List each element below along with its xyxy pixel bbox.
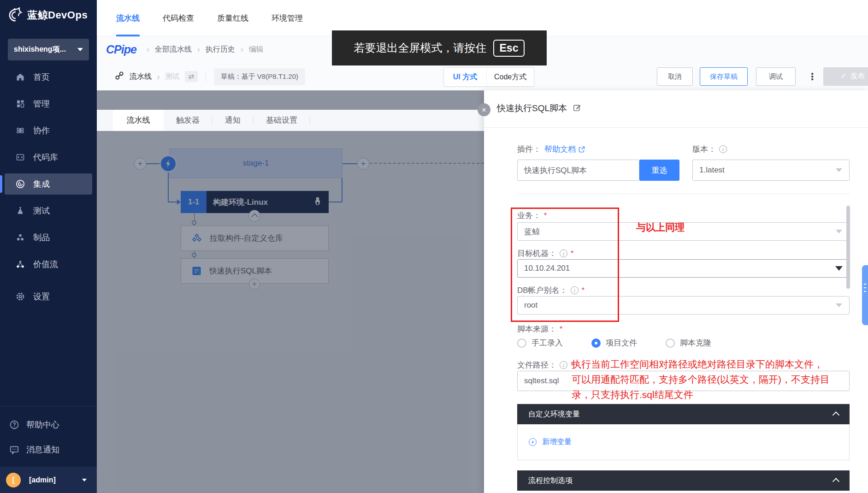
breadcrumb-separator-icon <box>197 45 200 54</box>
ui-mode-button[interactable]: UI 方式 <box>444 68 486 86</box>
panel-scrollbar[interactable] <box>846 206 850 289</box>
sidebar-item-help[interactable]: 帮助中心 <box>0 415 97 435</box>
project-name: shixisheng项... <box>14 45 77 54</box>
reselect-plugin-button[interactable]: 重选 <box>639 160 679 181</box>
more-actions-icon[interactable] <box>805 67 819 86</box>
target-machine-select[interactable]: 10.10.24.201 <box>517 259 850 278</box>
edit-mode-toggle: UI 方式 Code方式 <box>443 67 534 87</box>
business-value: 蓝鲸 <box>524 226 540 237</box>
source-label-row: 脚本来源： * <box>517 324 562 334</box>
sidebar-item-home[interactable]: 首页 <box>5 66 92 88</box>
sidebar-item-label: 帮助中心 <box>26 419 59 430</box>
help-doc-link[interactable]: 帮助文档 <box>544 144 585 154</box>
canvas-tab-basic[interactable]: 基础设置 <box>254 110 310 131</box>
sidebar-item-repo[interactable]: 代码库 <box>5 147 92 168</box>
tab-pipeline[interactable]: 流水线 <box>116 0 140 36</box>
breadcrumb-history[interactable]: 执行历史 <box>206 45 235 54</box>
avatar: [ <box>6 473 21 487</box>
chevron-down-icon <box>836 230 842 233</box>
sidebar-item-label: 价值流 <box>33 259 58 270</box>
business-label-row: 业务： * <box>517 210 547 221</box>
sidebar-item-label: 集成 <box>33 178 50 190</box>
canvas-tab-pipeline[interactable]: 流水线 <box>113 110 164 131</box>
info-icon <box>719 145 727 153</box>
canvas-dim-overlay <box>97 90 484 493</box>
project-selector[interactable]: shixisheng项... <box>8 39 89 60</box>
breadcrumb-separator-icon <box>147 45 149 54</box>
close-panel-button[interactable] <box>478 103 490 116</box>
chevron-down-icon <box>836 168 842 172</box>
canvas-tab-trigger[interactable]: 触发器 <box>164 110 212 131</box>
db-account-select[interactable]: root <box>517 296 850 315</box>
sidebar-item-label: 协作 <box>33 125 50 136</box>
version-label-row: 版本： <box>692 144 727 154</box>
sidebar-item-label: 代码库 <box>33 152 58 163</box>
tab-quality-gate[interactable]: 质量红线 <box>217 0 248 36</box>
sidebar-item-test[interactable]: 测试 <box>5 200 92 221</box>
panel-header: 快速执行SQL脚本 <box>497 102 581 114</box>
switch-pipeline-icon[interactable] <box>185 71 198 82</box>
plugin-name-field[interactable]: 快速执行SQL脚本 <box>517 160 639 181</box>
rename-icon[interactable] <box>573 103 581 114</box>
sidebar-nav: 首页 管理 协作 代码库 <box>0 66 97 313</box>
debug-button[interactable]: 调试 <box>756 67 796 86</box>
panel-title: 快速执行SQL脚本 <box>497 102 567 114</box>
gear-icon <box>15 291 25 302</box>
filepath-annotation-line2: 可以用通配符匹配，支持多个路径(以英文，隔开)，不支持目 <box>572 373 830 386</box>
canvas-tab-notify[interactable]: 通知 <box>213 110 253 131</box>
divider <box>206 72 206 81</box>
script-source-options: 手工录入 项目文件 脚本克隆 <box>517 338 740 348</box>
chevron-down-icon <box>77 48 83 51</box>
version-value: 1.latest <box>699 166 725 175</box>
env-vars-section-title: 自定义环境变量 <box>528 410 580 419</box>
plugin-label-row: 插件： 帮助文档 <box>517 144 585 154</box>
toast-message: 若要退出全屏模式，请按住 <box>354 41 487 55</box>
save-draft-button[interactable]: 保存草稿 <box>700 67 748 86</box>
sidebar-item-artifact[interactable]: 制品 <box>5 227 92 248</box>
message-icon <box>9 445 19 455</box>
db-account-value: root <box>524 301 537 310</box>
pipeline-name: 测试 <box>165 72 180 82</box>
flask-icon <box>15 206 25 216</box>
app-root: 蓝鲸DevOps shixisheng项... 首页 管理 <box>0 0 868 493</box>
sidebar-item-label: 消息通知 <box>26 444 59 455</box>
sidebar-item-settings[interactable]: 设置 <box>5 286 92 307</box>
tab-env-manage[interactable]: 环境管理 <box>272 0 303 36</box>
form-divider <box>517 194 850 194</box>
breadcrumb-all-pipelines[interactable]: 全部流水线 <box>155 45 192 54</box>
sidebar-item-valuestream[interactable]: 价值流 <box>5 254 92 275</box>
user-menu[interactable]: [ [admin] <box>0 467 97 493</box>
flow-control-section-header[interactable]: 流程控制选项 <box>517 470 850 491</box>
pipeline-link-icon <box>114 71 124 83</box>
code-mode-button[interactable]: Code方式 <box>486 68 534 86</box>
add-variable-button[interactable]: 新增变量 <box>529 437 572 447</box>
sidebar-item-collab[interactable]: 协作 <box>5 120 92 141</box>
radio-project-file[interactable]: 项目文件 <box>591 338 637 348</box>
version-label: 版本： <box>692 144 716 154</box>
side-drawer-handle[interactable] <box>862 265 868 325</box>
required-mark: * <box>582 286 585 295</box>
app-logo-text: 蓝鲸DevOps <box>27 8 88 22</box>
tab-code-check[interactable]: 代码检查 <box>163 0 194 36</box>
cancel-button[interactable]: 取消 <box>657 67 693 86</box>
plugin-config-panel: 快速执行SQL脚本 插件： 帮助文档 版本： 快速执行SQL脚本 重选 1.la… <box>484 90 868 493</box>
code-repo-icon <box>15 152 25 162</box>
home-icon <box>15 72 25 82</box>
blueking-logo-icon <box>7 7 23 23</box>
required-mark: * <box>571 249 573 258</box>
pipeline-label: 流水线 <box>130 72 152 82</box>
version-select[interactable]: 1.latest <box>692 160 850 181</box>
radio-script-clone[interactable]: 脚本克隆 <box>666 338 711 348</box>
sidebar-item-notice[interactable]: 消息通知 <box>0 440 97 460</box>
env-vars-section: 自定义环境变量 新增变量 <box>517 404 850 460</box>
app-logo[interactable]: 蓝鲸DevOps <box>7 7 88 23</box>
radio-manual-input[interactable]: 手工录入 <box>517 338 563 348</box>
env-vars-section-header[interactable]: 自定义环境变量 <box>517 404 850 424</box>
info-icon <box>560 249 567 257</box>
cpipe-logo[interactable]: CPipe <box>106 43 136 56</box>
user-name: [admin] <box>29 476 82 484</box>
sidebar-item-manage[interactable]: 管理 <box>5 93 92 114</box>
db-label-row: DB帐户别名： * <box>517 285 585 296</box>
publish-button[interactable]: 发布 <box>823 67 868 86</box>
sidebar-item-integration[interactable]: 集成 <box>5 173 92 195</box>
